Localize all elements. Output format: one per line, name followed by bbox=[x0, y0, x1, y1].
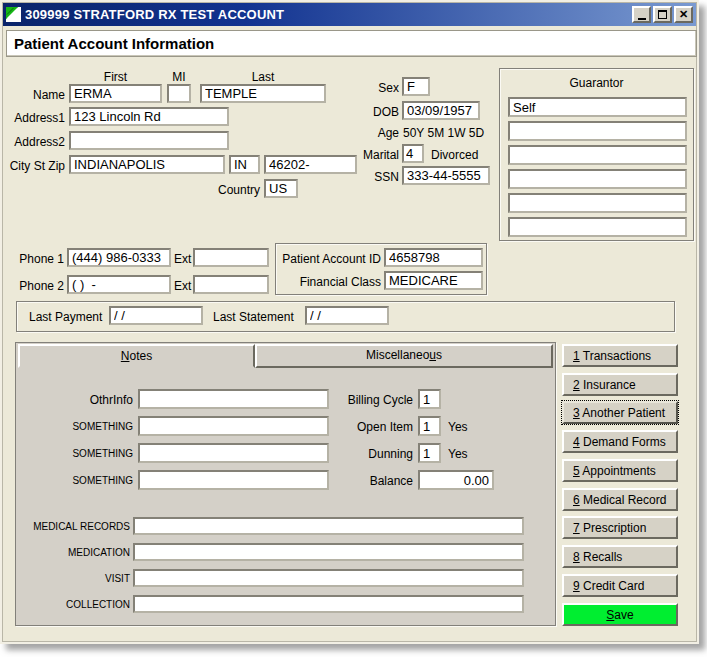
state-field[interactable] bbox=[229, 155, 260, 174]
prescription-button[interactable]: 7 Prescription bbox=[562, 516, 678, 539]
credit-card-button[interactable]: 9 Credit Card bbox=[562, 574, 678, 597]
collection-label: COLLECTION bbox=[24, 599, 130, 610]
city-st-zip-label: City St Zip bbox=[2, 159, 65, 173]
dunning-field[interactable] bbox=[418, 443, 441, 463]
balance-label: Balance bbox=[296, 474, 413, 488]
medical-records-label: MEDICAL RECORDS bbox=[24, 521, 130, 532]
phone1-label: Phone 1 bbox=[16, 252, 64, 266]
save-button[interactable]: Save bbox=[562, 603, 678, 626]
account-id-field[interactable] bbox=[384, 248, 483, 267]
guarantor-field-3[interactable] bbox=[508, 145, 687, 165]
open-item-label: Open Item bbox=[296, 420, 413, 434]
window-title: 309999 STRATFORD RX TEST ACCOUNT bbox=[25, 7, 284, 22]
transactions-button[interactable]: 1 Transactions bbox=[562, 344, 678, 367]
phone1-field[interactable] bbox=[67, 248, 171, 267]
medical-record-button[interactable]: 6 Medical Record bbox=[562, 488, 678, 511]
guarantor-field-4[interactable] bbox=[508, 169, 687, 189]
something1-label: SOMETHING bbox=[36, 421, 133, 432]
dob-field[interactable] bbox=[402, 101, 480, 120]
ext2-field[interactable] bbox=[193, 275, 269, 294]
last-statement-label: Last Statement bbox=[213, 310, 294, 324]
age-label: Age bbox=[349, 126, 399, 140]
address2-field[interactable] bbox=[69, 131, 229, 150]
last-payment-field[interactable] bbox=[109, 306, 203, 325]
guarantor-group: Guarantor bbox=[499, 68, 694, 241]
financial-class-field[interactable] bbox=[384, 271, 483, 290]
guarantor-field-2[interactable] bbox=[508, 121, 687, 141]
zip-field[interactable] bbox=[264, 155, 357, 174]
appointments-button[interactable]: 5 Appointments bbox=[562, 459, 678, 482]
close-icon: ✕ bbox=[679, 9, 688, 20]
app-icon bbox=[6, 7, 21, 22]
dunning-label: Dunning bbox=[296, 447, 413, 461]
medication-label: MEDICATION bbox=[24, 547, 130, 558]
open-item-field[interactable] bbox=[418, 416, 441, 436]
application-window: 309999 STRATFORD RX TEST ACCOUNT ✕ Patie… bbox=[0, 0, 699, 644]
last-payment-label: Last Payment bbox=[29, 310, 102, 324]
address1-label: Address1 bbox=[7, 111, 65, 125]
dob-label: DOB bbox=[349, 105, 399, 119]
guarantor-field-5[interactable] bbox=[508, 193, 687, 213]
othrinfo-label: OthrInfo bbox=[36, 393, 133, 407]
collection-field[interactable] bbox=[133, 595, 524, 613]
recalls-button[interactable]: 8 Recalls bbox=[562, 545, 678, 568]
ext2-label: Ext bbox=[174, 279, 191, 293]
phone2-label: Phone 2 bbox=[16, 279, 64, 293]
demand-forms-button[interactable]: 4 Demand Forms bbox=[562, 430, 678, 453]
another-patient-button[interactable]: 3 Another Patient bbox=[562, 401, 678, 424]
account-group: Patient Account ID Financial Class bbox=[275, 243, 487, 295]
something2-label: SOMETHING bbox=[36, 448, 133, 459]
marital-field[interactable] bbox=[402, 144, 424, 163]
mi-column-label: MI bbox=[165, 70, 193, 84]
ext1-label: Ext bbox=[174, 252, 191, 266]
sex-field[interactable] bbox=[402, 77, 430, 96]
tab-notes[interactable]: Notes bbox=[18, 344, 255, 368]
last-statement-field[interactable] bbox=[305, 306, 389, 325]
sex-label: Sex bbox=[349, 81, 399, 95]
marital-description: Divorced bbox=[431, 148, 478, 162]
minimize-icon bbox=[638, 18, 646, 20]
visit-label: VISIT bbox=[24, 573, 130, 584]
billing-cycle-label: Billing Cycle bbox=[296, 393, 413, 407]
ext1-field[interactable] bbox=[193, 248, 269, 267]
country-field[interactable] bbox=[264, 179, 298, 198]
account-id-label: Patient Account ID bbox=[278, 252, 381, 266]
ssn-field[interactable] bbox=[402, 166, 490, 185]
first-column-label: First bbox=[69, 70, 162, 84]
billing-cycle-field[interactable] bbox=[418, 389, 441, 409]
balance-field[interactable] bbox=[418, 470, 494, 490]
country-label: Country bbox=[212, 183, 260, 197]
address2-label: Address2 bbox=[7, 135, 65, 149]
last-column-label: Last bbox=[200, 70, 326, 84]
open-item-flag: Yes bbox=[448, 420, 468, 434]
maximize-button[interactable] bbox=[653, 6, 672, 23]
financial-class-label: Financial Class bbox=[278, 275, 381, 289]
something3-label: SOMETHING bbox=[36, 475, 133, 486]
minimize-button[interactable] bbox=[632, 6, 651, 23]
visit-field[interactable] bbox=[133, 569, 524, 587]
guarantor-field-6[interactable] bbox=[508, 217, 687, 237]
guarantor-title: Guarantor bbox=[500, 76, 693, 90]
page-title: Patient Account Information bbox=[14, 35, 214, 52]
maximize-icon bbox=[658, 10, 667, 19]
medication-field[interactable] bbox=[133, 543, 524, 561]
age-value: 50Y 5M 1W 5D bbox=[403, 126, 484, 140]
statements-group: Last Payment Last Statement bbox=[16, 301, 675, 332]
marital-label: Marital bbox=[349, 148, 399, 162]
last-name-field[interactable] bbox=[200, 84, 326, 103]
guarantor-field-1[interactable] bbox=[508, 97, 687, 117]
tab-miscellaneous[interactable]: Miscellaneous bbox=[255, 344, 553, 368]
notes-panel: Notes Miscellaneous OthrInfo SOMETHING S… bbox=[15, 342, 556, 626]
first-name-field[interactable] bbox=[69, 84, 162, 103]
insurance-button[interactable]: 2 Insurance bbox=[562, 373, 678, 396]
close-button[interactable]: ✕ bbox=[674, 6, 693, 23]
title-bar: 309999 STRATFORD RX TEST ACCOUNT ✕ bbox=[3, 3, 696, 26]
phone2-field[interactable] bbox=[67, 275, 171, 294]
page-header: Patient Account Information bbox=[6, 30, 697, 57]
city-field[interactable] bbox=[69, 155, 225, 174]
middle-initial-field[interactable] bbox=[167, 84, 191, 103]
ssn-label: SSN bbox=[349, 170, 399, 184]
name-label: Name bbox=[12, 88, 65, 102]
medical-records-field[interactable] bbox=[133, 517, 524, 535]
address1-field[interactable] bbox=[69, 107, 229, 126]
